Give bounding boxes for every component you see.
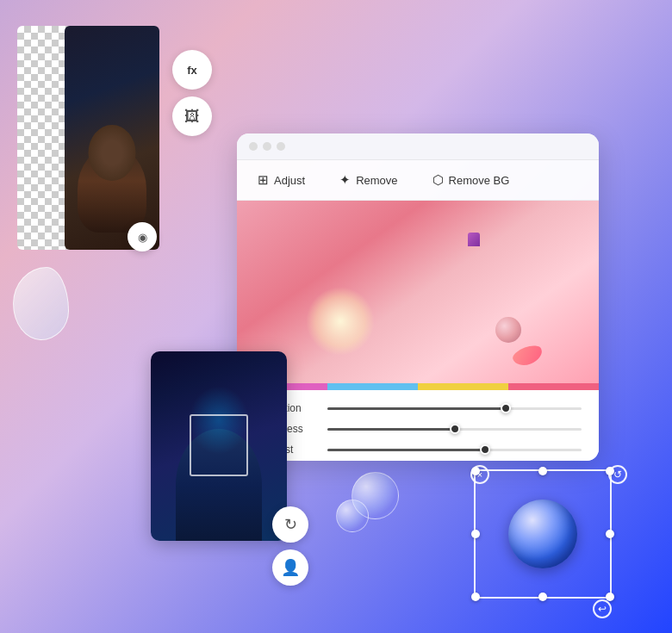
- transform-rotate-button[interactable]: ↩: [593, 599, 612, 618]
- contrast-thumb[interactable]: [480, 444, 490, 455]
- bottle-body: [459, 264, 488, 341]
- color-strip: [237, 383, 599, 390]
- face-detection-box: [190, 414, 248, 476]
- person-icon: 👤: [281, 558, 300, 577]
- handle-middle-right[interactable]: [606, 530, 614, 538]
- remove-bg-icon: ⬡: [432, 172, 444, 188]
- color-swatch-blue: [327, 383, 418, 390]
- blob-decoration: [13, 267, 69, 340]
- adjust-label: Adjust: [274, 174, 305, 187]
- refresh-icon: ↺: [613, 469, 622, 481]
- transform-close-button[interactable]: ×: [470, 465, 489, 484]
- remove-icon: ✦: [339, 172, 351, 188]
- remove-bg-tool[interactable]: ⬡ Remove BG: [426, 169, 517, 191]
- editor-panel: ⊞ Adjust ✦ Remove ⬡ Remove BG: [237, 133, 599, 461]
- brightness-fill: [327, 428, 455, 431]
- transform-refresh-button[interactable]: ↺: [608, 465, 627, 484]
- remove-bg-label: Remove BG: [449, 174, 510, 187]
- brightness-thumb[interactable]: [450, 424, 460, 434]
- color-swatch-yellow: [418, 383, 508, 390]
- portrait-blue-image: [151, 351, 287, 541]
- brightness-row: Brightness: [254, 423, 582, 435]
- saturation-row: Saturation: [254, 402, 582, 414]
- glass-sphere: [508, 500, 577, 568]
- handle-bottom-middle[interactable]: [538, 593, 547, 601]
- panel-image-area: [237, 201, 599, 390]
- close-icon: ×: [477, 469, 482, 480]
- saturation-fill: [327, 407, 506, 410]
- handle-middle-left[interactable]: [471, 530, 480, 538]
- adjustments-panel: Saturation Brightness Contrast: [237, 390, 599, 461]
- fx-label: fx: [187, 64, 197, 77]
- bubble-decoration-2: [336, 500, 369, 532]
- serum-bottle: [452, 214, 495, 317]
- traffic-dot-1: [249, 142, 258, 151]
- bottle-cap: [466, 214, 482, 233]
- remove-tool[interactable]: ✦ Remove: [333, 169, 404, 191]
- brightness-slider[interactable]: [327, 428, 582, 431]
- transform-box[interactable]: [474, 469, 612, 599]
- bottle-neck: [468, 233, 480, 246]
- adjust-icon: ⊞: [258, 172, 269, 188]
- contrast-slider[interactable]: [327, 449, 582, 451]
- handle-top-middle[interactable]: [538, 467, 547, 475]
- rotate-icon: ↻: [284, 515, 297, 534]
- image-icon: 🖼: [184, 108, 200, 126]
- portrait-dark-image: [65, 26, 159, 250]
- traffic-dot-2: [263, 142, 271, 151]
- saturation-slider[interactable]: [327, 407, 582, 410]
- eye-toggle-button[interactable]: ◉: [128, 222, 157, 251]
- color-swatch-red: [508, 383, 599, 390]
- remove-label: Remove: [356, 174, 397, 187]
- editor-toolbar: ⊞ Adjust ✦ Remove ⬡ Remove BG: [237, 160, 599, 201]
- adjust-tool[interactable]: ⊞ Adjust: [251, 169, 312, 191]
- pink-accent: [511, 343, 545, 369]
- traffic-dot-3: [277, 142, 285, 151]
- saturation-thumb[interactable]: [501, 403, 511, 413]
- panel-header: [237, 133, 599, 160]
- face-recognition-button[interactable]: 👤: [272, 549, 308, 586]
- rotate-flip-button[interactable]: ↻: [272, 506, 308, 543]
- image-edit-button[interactable]: 🖼: [172, 96, 212, 136]
- handle-bottom-left[interactable]: [471, 593, 480, 601]
- eye-icon: ◉: [138, 231, 147, 244]
- rotate-arrow-icon: ↩: [598, 603, 607, 615]
- fx-button[interactable]: fx: [172, 50, 212, 90]
- glow-spot: [306, 287, 375, 356]
- sphere-decoration: [495, 317, 521, 343]
- contrast-row: Contrast: [254, 444, 582, 456]
- contrast-fill: [327, 449, 485, 451]
